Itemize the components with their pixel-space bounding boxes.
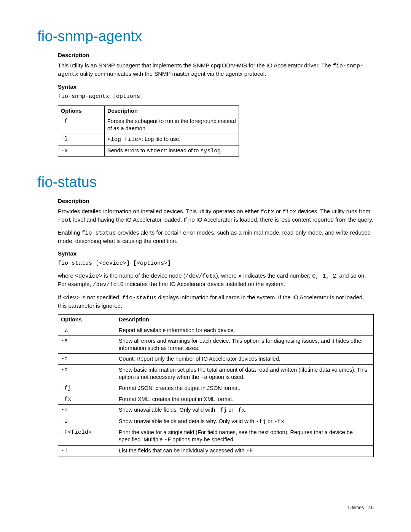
option-cell: -c [58, 354, 116, 365]
text-fragment: If [58, 294, 63, 300]
col-header-options: Options [58, 105, 105, 116]
section2-desc-heading: Description [58, 197, 374, 205]
option-cell: -F<field> [58, 427, 116, 446]
table-row: -u Show unavailable fields. Only valid w… [58, 405, 374, 416]
table-row: -F<field> Print the value for a single f… [58, 427, 374, 446]
text-fragment: options may be specified. [171, 436, 235, 443]
section2-where-p1: where <device> is the name of the device… [58, 272, 374, 289]
text-fragment: option is used. [207, 374, 245, 380]
description-cell: Count: Report only the number of IO Acce… [116, 354, 374, 365]
section1-syntax-heading: Syntax [58, 83, 374, 91]
code-fragment: -F [164, 437, 171, 443]
section2-where-p2: If <dev> is not specified, fio-status di… [58, 294, 374, 310]
code-fragment: -fx [235, 407, 245, 414]
table-row: -s Sends errors to stderr instead of to … [58, 145, 239, 157]
section2-options-table: Options Description -a Report all availa… [58, 314, 374, 457]
option-cell: -e [58, 336, 116, 354]
table-row: -e Show all errors and warnings for each… [58, 336, 374, 354]
text-fragment: Show unavailable fields. Only valid with [119, 407, 217, 413]
col-header-options: Options [58, 315, 116, 325]
code-fragment: /dev/fct0 [93, 281, 124, 288]
text-fragment: level and having the IO Accelerator load… [72, 216, 373, 223]
description-cell: Show unavailable fields. Only valid with… [116, 405, 374, 416]
text-fragment: . [245, 407, 247, 413]
text-fragment: Enabling [58, 229, 82, 236]
text-fragment: This utility is an SNMP subagent that im… [58, 62, 333, 69]
col-header-description: Description [105, 105, 239, 116]
section1-desc-paragraph: This utility is an SNMP subagent that im… [58, 62, 374, 79]
table-row: -a Report all available information for … [58, 325, 374, 336]
table-row: -f Forces the subagent to run in the for… [58, 116, 239, 134]
text-fragment: or [266, 418, 274, 424]
text-fragment: or [274, 208, 283, 214]
text-fragment: List the fields that can be individually… [119, 447, 246, 454]
option-cell: -fx [58, 394, 116, 405]
text-fragment: Show unavailable fields and details why.… [119, 418, 256, 424]
content-area: fio-snmp-agentx Description This utility… [37, 27, 374, 457]
code-fragment: /dev/fctx [185, 273, 216, 280]
text-fragment: ), where [216, 272, 238, 279]
section2-desc-p1: Provides detailed information on install… [58, 208, 374, 225]
table-row: -c Count: Report only the number of IO A… [58, 354, 374, 365]
section1-options-table: Options Description -f Forces the subage… [58, 105, 239, 157]
text-fragment: instead of to [167, 147, 200, 153]
table-row: -U Show unavailable fields and details w… [58, 416, 374, 427]
option-cell: -U [58, 416, 116, 427]
option-cell: -f [58, 116, 105, 134]
table-row: -fx Format XML: creates the output in XM… [58, 394, 374, 405]
table-row: -d Show basic information set plus the t… [58, 364, 374, 383]
table-header-row: Options Description [58, 315, 374, 325]
text-fragment: Print the value for a single field (For … [119, 429, 353, 443]
description-cell: Show all errors and warnings for each de… [116, 336, 374, 354]
text-fragment: : Log file to use. [142, 136, 180, 142]
text-fragment: where [58, 272, 75, 279]
text-fragment: . [284, 418, 286, 424]
section1-desc-heading: Description [58, 51, 374, 59]
code-fragment: -fj [256, 419, 266, 425]
code-fragment: stderr [147, 148, 167, 154]
option-cell: -l [58, 134, 105, 145]
code-fragment: <dev> [63, 295, 80, 301]
table-row: -fj Format JSON: creates the output in J… [58, 383, 374, 394]
footer-section-label: Utilities [348, 505, 364, 510]
text-fragment: Sends errors to [107, 147, 147, 153]
table-row: -l <log file>: Log file to use. [58, 134, 239, 145]
text-fragment: . [221, 147, 222, 153]
description-cell: <log file>: Log file to use. [105, 134, 239, 145]
code-fragment: fio-status [82, 230, 116, 236]
page: fio-snmp-agentx Description This utility… [0, 0, 411, 532]
text-fragment: . [253, 447, 255, 454]
option-cell: -fj [58, 383, 116, 394]
option-cell: -l [58, 446, 116, 457]
section2-syntax-heading: Syntax [58, 250, 374, 257]
text-fragment: is the name of the device node ( [102, 272, 185, 279]
col-header-description: Description [116, 315, 374, 325]
code-fragment: -a [201, 374, 207, 381]
code-fragment: -F [246, 448, 253, 454]
code-fragment: -fj [217, 407, 227, 414]
table-row: -l List the fields that can be individua… [58, 446, 374, 457]
section1-syntax-code: fio-snmp-agentx [options] [58, 93, 374, 101]
description-cell: Show unavailable fields and details why.… [116, 416, 374, 427]
description-cell: Format XML: creates the output in XML fo… [116, 394, 374, 405]
text-fragment: devices. The utility runs from [296, 208, 370, 214]
code-fragment: syslog [200, 148, 221, 154]
section2-title: fio-status [37, 173, 374, 192]
code-fragment: <log file> [107, 136, 142, 143]
code-fragment: <device> [75, 273, 102, 280]
text-fragment: or [227, 407, 235, 413]
code-fragment: -fx [274, 419, 284, 425]
text-fragment: is not specified, [80, 294, 123, 300]
section2-syntax-code: fio-status [<device>] [<options>] [58, 260, 374, 267]
description-cell: Sends errors to stderr instead of to sys… [105, 145, 239, 157]
text-fragment: Provides detailed information on install… [58, 208, 261, 214]
option-cell: -d [58, 364, 116, 383]
table-header-row: Options Description [58, 105, 239, 116]
code-fragment: fio-status [122, 295, 156, 301]
option-cell: -s [58, 145, 105, 157]
footer-page-number: 45 [368, 505, 374, 510]
text-fragment: indicates the first IO Accelerator devic… [124, 281, 285, 287]
description-cell: Report all available information for eac… [116, 325, 374, 336]
description-cell: List the fields that can be individually… [116, 446, 374, 457]
text-fragment: utility communicates with the SNMP maste… [78, 70, 266, 77]
